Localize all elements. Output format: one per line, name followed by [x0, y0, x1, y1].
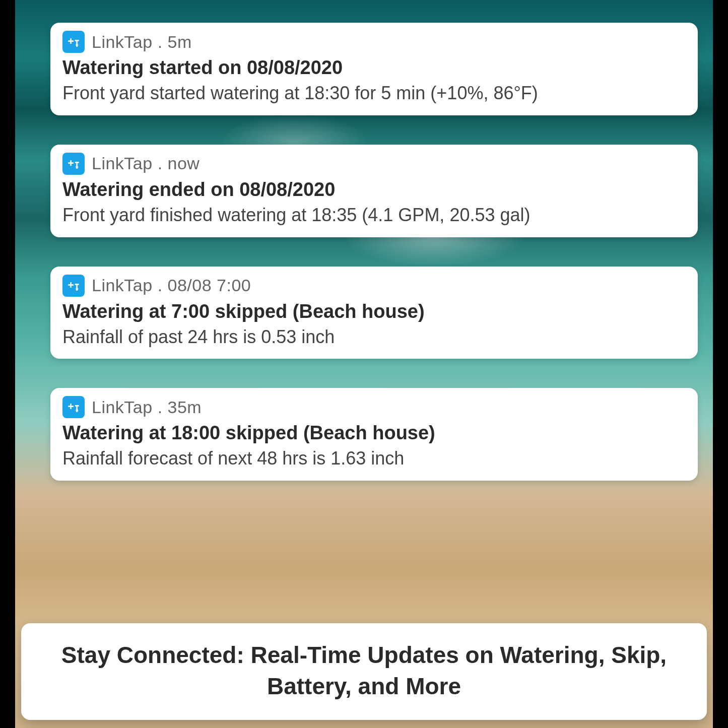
notification-meta: LinkTap . now: [92, 154, 200, 173]
notification-meta: LinkTap . 08/08 7:00: [92, 276, 251, 295]
notification-title: Watering at 7:00 skipped (Beach house): [62, 301, 686, 322]
notification-title: Watering at 18:00 skipped (Beach house): [62, 422, 686, 444]
svg-point-0: [76, 45, 78, 47]
caption-banner: Stay Connected: Real-Time Updates on Wat…: [21, 623, 707, 720]
notification-card[interactable]: LinkTap . 5m Watering started on 08/08/2…: [50, 23, 698, 115]
svg-point-2: [76, 289, 78, 291]
notification-header: LinkTap . 08/08 7:00: [62, 275, 686, 297]
notification-card[interactable]: LinkTap . 08/08 7:00 Watering at 7:00 sk…: [50, 267, 698, 359]
notification-body: Rainfall of past 24 hrs is 0.53 inch: [62, 325, 686, 349]
notification-header: LinkTap . 35m: [62, 396, 686, 418]
notification-body: Rainfall forecast of next 48 hrs is 1.63…: [62, 447, 686, 471]
notification-body: Front yard finished watering at 18:35 (4…: [62, 204, 686, 227]
notification-card[interactable]: LinkTap . now Watering ended on 08/08/20…: [50, 145, 698, 237]
caption-text: Stay Connected: Real-Time Updates on Wat…: [41, 639, 687, 702]
notification-meta: LinkTap . 35m: [92, 398, 202, 417]
notifications-list: LinkTap . 5m Watering started on 08/08/2…: [50, 23, 698, 481]
notification-title: Watering ended on 08/08/2020: [62, 179, 686, 201]
linktap-app-icon: [62, 31, 85, 53]
linktap-app-icon: [62, 275, 85, 297]
svg-point-1: [76, 167, 78, 169]
svg-point-3: [76, 410, 78, 412]
notification-header: LinkTap . now: [62, 153, 686, 175]
notification-title: Watering started on 08/08/2020: [62, 57, 686, 79]
linktap-app-icon: [62, 153, 85, 175]
notification-meta: LinkTap . 5m: [92, 32, 192, 52]
notification-header: LinkTap . 5m: [62, 31, 686, 53]
notification-body: Front yard started watering at 18:30 for…: [62, 82, 686, 105]
linktap-app-icon: [62, 396, 85, 418]
notification-card[interactable]: LinkTap . 35m Watering at 18:00 skipped …: [50, 388, 698, 481]
